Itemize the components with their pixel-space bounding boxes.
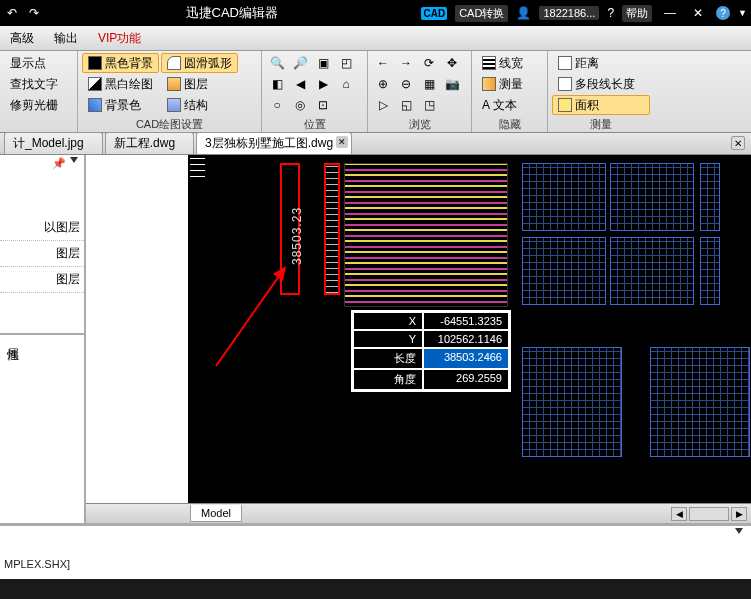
scroll-left-icon[interactable]: ◀: [671, 507, 687, 521]
text-button[interactable]: A 文本: [476, 95, 543, 115]
zoom-prev-icon[interactable]: ○: [266, 95, 288, 115]
floor-plan-sheet[interactable]: [650, 347, 750, 457]
close-button[interactable]: ✕: [688, 6, 708, 20]
help-circle-icon[interactable]: ?: [716, 6, 730, 20]
elevation-sheet[interactable]: [610, 237, 694, 305]
show-points-button[interactable]: 显示点: [4, 53, 73, 73]
black-bg-button[interactable]: 黑色背景: [82, 53, 159, 73]
refresh-icon[interactable]: ⟳: [418, 53, 440, 73]
area-button[interactable]: 面积: [552, 95, 650, 115]
zoom-sel-icon[interactable]: ⊡: [312, 95, 334, 115]
polyline-length-button[interactable]: 多段线长度: [552, 74, 650, 94]
bg-color-button[interactable]: 背景色: [82, 95, 159, 115]
elevation-sheet[interactable]: [522, 237, 606, 305]
console-dropdown-icon[interactable]: [735, 528, 743, 534]
redo-icon[interactable]: ↷: [26, 5, 42, 21]
tab-new-dwg[interactable]: 新工程.dwg: [105, 132, 194, 154]
next-icon[interactable]: ▷: [372, 95, 394, 115]
arrow-right-icon[interactable]: →: [395, 53, 417, 73]
tab-label: 计_Model.jpg: [13, 136, 84, 150]
zoom-minus-icon[interactable]: ⊖: [395, 74, 417, 94]
ribbon: 显示点 查找文字 修剪光栅 黑色背景 黑白绘图 背景色 圆滑弧形 图层 结构 C…: [0, 51, 751, 133]
grid-icon[interactable]: ▦: [418, 74, 440, 94]
tab-model-jpg[interactable]: 计_Model.jpg: [4, 132, 103, 154]
group-hide-label: 隐藏: [476, 115, 543, 132]
model-tab[interactable]: Model: [190, 505, 242, 522]
horizontal-scrollbar[interactable]: ◀ ▶: [242, 507, 751, 521]
panel-dropdown-icon[interactable]: [70, 157, 78, 163]
canvas-wrap: 38503.23 X-64551.3235 Y102562.1146 长度385…: [86, 155, 751, 523]
find-text-button[interactable]: 查找文字: [4, 74, 73, 94]
pan-left-icon[interactable]: ◀: [289, 74, 311, 94]
home-icon[interactable]: ⌂: [335, 74, 357, 94]
coord-y-value: 102562.1146: [423, 330, 509, 348]
zoom-box-icon[interactable]: ◧: [266, 74, 288, 94]
scroll-right-icon[interactable]: ▶: [731, 507, 747, 521]
tabs-close-all-icon[interactable]: ✕: [731, 136, 745, 150]
struct-label: 结构: [184, 97, 208, 114]
measure-label: 测量: [499, 76, 523, 93]
zoom-all-icon[interactable]: ◎: [289, 95, 311, 115]
structure-button[interactable]: 结构: [161, 95, 238, 115]
arrow-left-icon[interactable]: ←: [372, 53, 394, 73]
multi-icon: [558, 77, 572, 91]
chevron-down-icon[interactable]: ▼: [738, 8, 747, 18]
distance-label: 距离: [575, 55, 599, 72]
menu-vip[interactable]: VIP功能: [88, 26, 151, 50]
properties-panel: 属性: [0, 335, 84, 523]
user-icon: 👤: [516, 6, 531, 20]
tab-close-icon[interactable]: ✕: [336, 136, 348, 148]
help-button[interactable]: 帮助: [622, 5, 652, 22]
area-label: 面积: [575, 97, 599, 114]
zoom-in-icon[interactable]: 🔍: [266, 53, 288, 73]
black-bg-label: 黑色背景: [105, 55, 153, 72]
zoom-win-icon[interactable]: ◰: [335, 53, 357, 73]
fit-icon[interactable]: ▣: [312, 53, 334, 73]
console-line: MPLEX.SHX]: [4, 558, 747, 570]
phone-button[interactable]: 1822186...: [539, 6, 599, 20]
zoom-out-icon[interactable]: 🔎: [289, 53, 311, 73]
help-q-icon: ?: [607, 6, 614, 20]
undo-icon[interactable]: ↶: [4, 5, 20, 21]
side-item[interactable]: 以图层: [0, 215, 84, 241]
selected-column-entity[interactable]: [324, 163, 340, 295]
floor-plan-sheet[interactable]: [522, 347, 622, 457]
title-left: ↶ ↷: [4, 5, 42, 21]
scroll-thumb[interactable]: [689, 507, 729, 521]
elevation-sheet[interactable]: [522, 163, 606, 231]
coord-len-label: 长度: [353, 348, 423, 369]
legend-sheet[interactable]: [700, 237, 720, 305]
elevation-sheet[interactable]: [610, 163, 694, 231]
menu-output[interactable]: 输出: [44, 26, 88, 50]
pin-icon[interactable]: 📌: [52, 157, 64, 170]
schedule-table[interactable]: [344, 163, 508, 307]
side-item[interactable]: 图层: [0, 241, 84, 267]
command-console[interactable]: MPLEX.SHX]: [0, 523, 751, 579]
smooth-arc-button[interactable]: 圆滑弧形: [161, 53, 238, 73]
layer-button[interactable]: 图层: [161, 74, 238, 94]
trim-raster-button[interactable]: 修剪光栅: [4, 95, 73, 115]
cad-convert-button[interactable]: CAD转换: [455, 5, 508, 22]
pan-icon[interactable]: ✥: [441, 53, 463, 73]
zoom-plus-icon[interactable]: ⊕: [372, 74, 394, 94]
legend-sheet[interactable]: [700, 163, 720, 231]
view-a-icon[interactable]: ◱: [395, 95, 417, 115]
menu-advanced[interactable]: 高级: [0, 26, 44, 50]
measure-toggle-button[interactable]: 测量: [476, 74, 543, 94]
group-view-label: 浏览: [372, 115, 467, 132]
model-layout-strip: Model ◀ ▶: [86, 503, 751, 523]
camera-icon[interactable]: 📷: [441, 74, 463, 94]
drawing-canvas[interactable]: 38503.23 X-64551.3235 Y102562.1146 长度385…: [86, 155, 751, 503]
coord-len-value[interactable]: 38503.2466: [423, 348, 509, 369]
pan-right-icon[interactable]: ▶: [312, 74, 334, 94]
group-position-label: 位置: [266, 115, 363, 132]
view-b-icon[interactable]: ◳: [418, 95, 440, 115]
struct-icon: [167, 98, 181, 112]
side-item[interactable]: 图层: [0, 267, 84, 293]
distance-button[interactable]: 距离: [552, 53, 650, 73]
minimize-button[interactable]: —: [660, 6, 680, 20]
coord-ang-label: 角度: [353, 369, 423, 390]
bw-draw-button[interactable]: 黑白绘图: [82, 74, 159, 94]
linewidth-button[interactable]: 线宽: [476, 53, 543, 73]
tab-villa-dwg[interactable]: 3层独栋别墅施工图.dwg✕: [196, 132, 352, 154]
